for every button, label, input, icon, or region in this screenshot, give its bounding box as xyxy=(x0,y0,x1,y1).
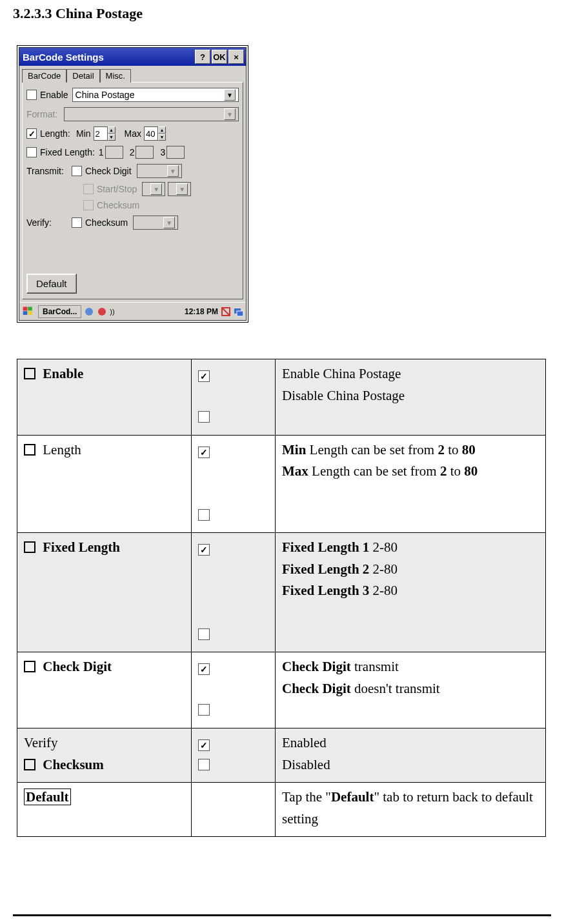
text: to xyxy=(447,463,464,479)
titlebar: BarCode Settings ? OK × xyxy=(19,48,246,66)
chevron-down-icon[interactable]: ▼ xyxy=(224,89,236,101)
windows-start-icon[interactable] xyxy=(21,305,35,318)
svg-line-7 xyxy=(222,308,230,316)
settings-table: Enable Enable China Postage Disable Chin… xyxy=(17,359,546,837)
text: 2-80 xyxy=(369,561,398,577)
transmit-label: Transmit: xyxy=(26,166,72,176)
tray-icon-4[interactable] xyxy=(234,306,244,317)
detail-panel: Enable China Postage ▼ Format: ▼ Length:… xyxy=(22,82,243,299)
length-checkbox[interactable] xyxy=(26,128,37,139)
default-button[interactable]: Default xyxy=(26,274,77,294)
taskbar-clock: 12:18 PM xyxy=(185,307,218,316)
tab-misc[interactable]: Misc. xyxy=(100,69,131,83)
footer-rule xyxy=(13,914,551,916)
spin-up-icon[interactable]: ▲ xyxy=(108,126,116,134)
tab-detail[interactable]: Detail xyxy=(66,69,99,83)
screenshot-border: BarCode Settings ? OK × BarCode Detail M… xyxy=(17,45,248,323)
checksum-v-checkbox[interactable] xyxy=(72,217,82,228)
box-icon xyxy=(24,444,35,456)
verify-on: Enabled xyxy=(282,735,327,750)
help-button[interactable]: ? xyxy=(195,50,210,64)
enable-on-desc: Enable China Postage xyxy=(282,366,401,381)
text: Fixed Length 1 xyxy=(282,539,369,555)
table-row: Length Min Length can be set from 2 to 8… xyxy=(17,435,546,532)
startstop-combo2: ▼ xyxy=(168,182,191,196)
max-label: Max xyxy=(125,128,141,139)
min-label: Min xyxy=(76,128,91,139)
verify-label: Verify: xyxy=(26,217,72,228)
chevron-down-icon: ▼ xyxy=(150,183,162,195)
fl3-label: 3 xyxy=(160,147,165,157)
row-default-label: Default xyxy=(24,788,71,805)
tray-icon-3[interactable] xyxy=(221,306,231,317)
text: to xyxy=(445,442,462,457)
checkbox-unchecked-icon xyxy=(198,509,210,521)
svg-point-5 xyxy=(98,308,106,316)
startstop-checkbox xyxy=(83,184,94,194)
checksum-t-checkbox xyxy=(83,200,94,210)
fl2-label: 2 xyxy=(130,147,135,157)
length-label: Length: xyxy=(40,128,74,139)
tabs: BarCode Detail Misc. xyxy=(19,66,246,82)
fixedlength-label: Fixed Length: xyxy=(40,147,95,157)
svg-rect-1 xyxy=(28,306,32,310)
ok-button[interactable]: OK xyxy=(212,50,227,64)
text: 2 xyxy=(440,463,447,479)
checksum-v-label: Checksum xyxy=(85,217,128,228)
verify-prefix: Verify xyxy=(24,735,57,750)
row-enable-label: Enable xyxy=(43,366,83,381)
svg-rect-3 xyxy=(28,311,32,315)
symbology-combo[interactable]: China Postage ▼ xyxy=(72,88,239,102)
taskbar-app[interactable]: BarCod... xyxy=(38,305,81,318)
box-icon xyxy=(24,759,35,770)
text: Tap the " xyxy=(282,789,331,805)
format-label: Format: xyxy=(26,109,64,119)
taskbar: BarCod... )) 12:18 PM xyxy=(19,302,246,320)
text: transmit xyxy=(351,659,399,674)
enable-checkbox[interactable] xyxy=(26,90,37,100)
table-row: Verify Checksum Enabled Disabled xyxy=(17,728,546,782)
max-spinner[interactable]: ▲▼ xyxy=(144,126,166,141)
table-row: Check Digit Check Digit transmit Check D… xyxy=(17,652,546,728)
box-icon xyxy=(24,541,35,553)
checkbox-unchecked-icon xyxy=(198,704,210,716)
spin-down-icon[interactable]: ▼ xyxy=(158,134,166,141)
fl1-input xyxy=(105,146,123,159)
text: 2-80 xyxy=(369,583,398,598)
spin-down-icon[interactable]: ▼ xyxy=(108,134,116,141)
chevron-down-icon: ▼ xyxy=(176,183,188,195)
tray-icon-2[interactable] xyxy=(97,306,107,317)
max-value[interactable] xyxy=(144,126,158,141)
tray-signal-icon: )) xyxy=(110,308,114,316)
checkbox-checked-icon xyxy=(198,370,210,382)
tray-icon-1[interactable] xyxy=(84,306,94,317)
text: 2-80 xyxy=(369,539,398,555)
box-icon xyxy=(24,661,35,672)
checkbox-unchecked-icon xyxy=(198,411,210,423)
min-value[interactable] xyxy=(94,126,108,141)
min-spinner[interactable]: ▲▼ xyxy=(94,126,116,141)
text: Check Digit xyxy=(282,659,351,674)
section-heading: 3.2.3.3 China Postage xyxy=(13,5,551,22)
text: Fixed Length 2 xyxy=(282,561,369,577)
enable-label: Enable xyxy=(40,90,68,100)
tab-barcode[interactable]: BarCode xyxy=(22,69,66,83)
chevron-down-icon: ▼ xyxy=(224,108,236,120)
startstop-label: Start/Stop xyxy=(97,184,137,194)
close-button[interactable]: × xyxy=(228,50,244,64)
row-length-label: Length xyxy=(43,442,81,457)
chevron-down-icon: ▼ xyxy=(167,165,179,177)
text: 80 xyxy=(464,463,478,479)
text: Length can be set from xyxy=(308,463,440,479)
fixedlength-checkbox[interactable] xyxy=(26,147,37,157)
checkdigit-checkbox[interactable] xyxy=(72,166,82,176)
text: doesn't transmit xyxy=(351,681,440,696)
fl3-input xyxy=(166,146,185,159)
table-row: Fixed Length Fixed Length 1 2-80 Fixed L… xyxy=(17,533,546,652)
fl2-input xyxy=(136,146,154,159)
chevron-down-icon: ▼ xyxy=(163,217,175,228)
svg-rect-2 xyxy=(23,311,28,315)
spin-up-icon[interactable]: ▲ xyxy=(158,126,166,134)
startstop-combo1: ▼ xyxy=(142,182,165,196)
table-row: Default Tap the "Default" tab to return … xyxy=(17,783,546,837)
